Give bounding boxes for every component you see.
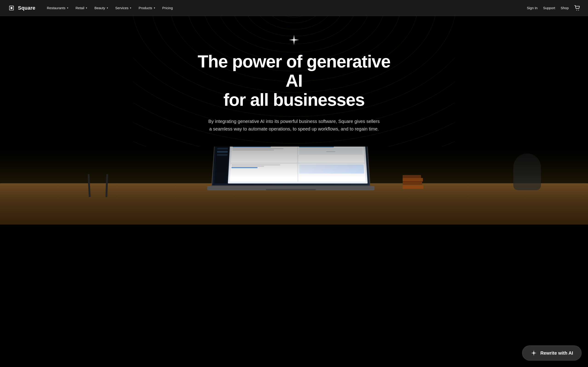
nav-item-services[interactable]: Services ▾ [112, 4, 135, 12]
svg-point-2 [577, 10, 577, 10]
hero-subtitle: By integrating generative AI into its po… [207, 118, 381, 133]
chevron-down-icon: ▾ [107, 7, 108, 9]
nav-item-restaurants[interactable]: Restaurants ▾ [44, 4, 71, 12]
cart-icon[interactable] [574, 5, 581, 11]
nav-item-products[interactable]: Products ▾ [135, 4, 158, 12]
hero-bottom [0, 147, 588, 225]
support-link[interactable]: Support [543, 6, 555, 10]
signin-link[interactable]: Sign In [527, 6, 538, 10]
rewrite-button-label: Rewrite with AI [540, 350, 573, 356]
hero-title: The power of generative AIfor all busine… [198, 52, 390, 109]
navbar: Square Restaurants ▾ Retail ▾ Beauty ▾ S… [0, 0, 588, 16]
rewrite-sparkle-icon [531, 350, 537, 356]
nav-item-retail[interactable]: Retail ▾ [72, 4, 90, 12]
shop-link[interactable]: Shop [561, 6, 569, 10]
sparkle-icon [288, 34, 300, 45]
hero-content: The power of generative AIfor all busine… [188, 16, 400, 147]
top-shadow [0, 147, 588, 225]
nav-item-beauty[interactable]: Beauty ▾ [91, 4, 111, 12]
nav-links: Restaurants ▾ Retail ▾ Beauty ▾ Services… [44, 4, 176, 12]
chevron-down-icon: ▾ [67, 7, 68, 9]
rewrite-with-ai-button[interactable]: Rewrite with AI [522, 345, 582, 361]
nav-item-pricing[interactable]: Pricing [159, 4, 176, 12]
logo-icon [7, 4, 16, 12]
chevron-down-icon: ▾ [154, 7, 155, 9]
svg-point-3 [578, 10, 579, 10]
nav-left: Square Restaurants ▾ Retail ▾ Beauty ▾ S… [7, 4, 176, 12]
laptop-area [0, 147, 588, 225]
logo[interactable]: Square [7, 4, 35, 12]
chevron-down-icon: ▾ [130, 7, 131, 9]
nav-right: Sign In Support Shop [527, 5, 581, 11]
svg-rect-1 [10, 7, 12, 9]
chevron-down-icon: ▾ [86, 7, 87, 9]
hero-section: The power of generative AIfor all busine… [0, 0, 588, 367]
brand-name: Square [18, 5, 35, 11]
